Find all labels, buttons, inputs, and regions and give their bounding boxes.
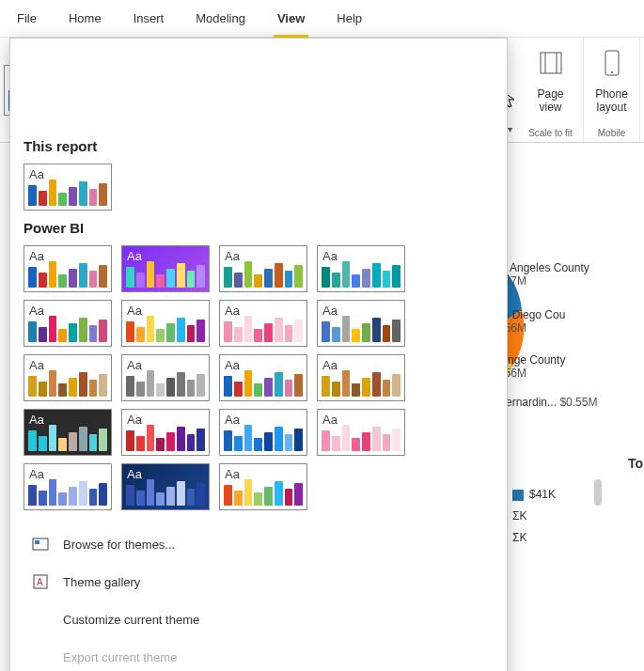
theme-thumb[interactable]: Aa bbox=[219, 245, 307, 292]
phone-icon bbox=[603, 49, 621, 77]
theme-thumb-label: Aa bbox=[225, 249, 240, 263]
scrollbar-thumb[interactable] bbox=[594, 479, 602, 506]
theme-thumb[interactable]: Aa bbox=[317, 300, 405, 347]
legend-sb-val: $0.55M bbox=[559, 396, 597, 409]
export-theme: Export current theme bbox=[20, 638, 497, 671]
mobile-foot: Mobile bbox=[598, 128, 625, 138]
section-powerbi: Power BI bbox=[20, 212, 497, 243]
theme-thumb[interactable]: Aa bbox=[121, 300, 210, 347]
theme-thumb-label: Aa bbox=[225, 304, 240, 318]
gallery-icon: A bbox=[31, 572, 50, 591]
menu-insert[interactable]: Insert bbox=[130, 6, 168, 35]
totals-label: To bbox=[628, 456, 643, 471]
theme-thumb-label: Aa bbox=[29, 249, 44, 263]
chevron-down-icon: ▾ bbox=[508, 124, 512, 134]
legend-val-2: ΣK bbox=[512, 509, 526, 523]
page-view-icon bbox=[538, 49, 564, 77]
menu-file[interactable]: File bbox=[13, 6, 40, 35]
theme-thumb-label: Aa bbox=[127, 249, 142, 263]
blank-icon bbox=[31, 648, 50, 666]
export-label: Export current theme bbox=[63, 650, 177, 664]
theme-thumb-label: Aa bbox=[225, 358, 240, 372]
theme-thumb[interactable]: Aa bbox=[219, 300, 307, 347]
theme-thumb[interactable]: Aa bbox=[121, 463, 210, 510]
theme-thumb-label: Aa bbox=[322, 249, 338, 263]
theme-thumb[interactable]: Aa bbox=[24, 463, 112, 510]
theme-thumb-label: Aa bbox=[322, 358, 338, 372]
theme-thumb[interactable]: Aa bbox=[219, 409, 307, 456]
legend-val-1: $41K bbox=[529, 488, 556, 501]
themes-dropdown-panel: This report Aa Power BI AaAaAaAaAaAaAaAa… bbox=[9, 38, 508, 671]
svg-rect-0 bbox=[541, 53, 561, 73]
svg-point-4 bbox=[611, 71, 613, 73]
legend-val-3: ΣK bbox=[512, 531, 526, 544]
legend-swatch bbox=[512, 490, 524, 501]
theme-thumb-label: Aa bbox=[322, 304, 338, 318]
phone-layout-button[interactable]: Phone layout Mobile bbox=[584, 38, 640, 142]
gallery-label: Theme gallery bbox=[63, 575, 140, 589]
theme-thumb[interactable]: Aa bbox=[24, 409, 112, 456]
theme-thumb[interactable]: Aa bbox=[317, 354, 405, 401]
phone-layout-label: Phone layout bbox=[595, 87, 628, 115]
theme-thumb[interactable]: Aa bbox=[24, 354, 112, 401]
theme-thumb-label: Aa bbox=[29, 167, 44, 181]
svg-text:A: A bbox=[37, 577, 43, 587]
theme-thumb[interactable]: Aa bbox=[121, 409, 210, 456]
browse-themes[interactable]: Browse for themes... bbox=[20, 525, 497, 563]
menu-view[interactable]: View bbox=[274, 6, 308, 38]
theme-thumb-label: Aa bbox=[127, 467, 142, 481]
theme-menu-list: Browse for themes... A Theme gallery Cus… bbox=[20, 525, 497, 671]
theme-thumb-label: Aa bbox=[127, 413, 142, 427]
menu-help[interactable]: Help bbox=[333, 6, 366, 35]
section-this-report: This report bbox=[20, 131, 497, 162]
theme-gallery[interactable]: A Theme gallery bbox=[20, 563, 497, 601]
theme-thumb[interactable]: Aa bbox=[219, 463, 307, 510]
theme-thumb-label: Aa bbox=[127, 304, 142, 318]
theme-thumb[interactable]: Aa bbox=[24, 300, 112, 347]
small-legend: $41K ΣK ΣK bbox=[512, 484, 556, 548]
theme-thumb[interactable]: Aa bbox=[121, 245, 210, 292]
menubar: File Home Insert Modeling View Help bbox=[0, 0, 644, 38]
browse-label: Browse for themes... bbox=[63, 538, 175, 552]
theme-thumb[interactable]: Aa bbox=[24, 164, 112, 211]
scale-foot: Scale to fit bbox=[528, 128, 573, 138]
blank-icon bbox=[31, 610, 50, 629]
theme-thumb-label: Aa bbox=[29, 467, 44, 481]
page-view-label: Page view bbox=[537, 87, 563, 115]
menu-modeling[interactable]: Modeling bbox=[192, 6, 249, 35]
theme-thumb-label: Aa bbox=[29, 413, 44, 427]
theme-thumb[interactable]: Aa bbox=[317, 409, 405, 456]
page-view-button[interactable]: Page view Scale to fit bbox=[518, 38, 584, 142]
theme-thumb-label: Aa bbox=[225, 467, 240, 481]
theme-thumb-label: Aa bbox=[322, 413, 338, 427]
theme-thumb-label: Aa bbox=[29, 304, 44, 318]
theme-thumb-label: Aa bbox=[225, 413, 240, 427]
customize-label: Customize current theme bbox=[63, 613, 199, 627]
customize-theme[interactable]: Customize current theme bbox=[20, 601, 497, 638]
browse-icon bbox=[31, 535, 50, 554]
theme-thumb[interactable]: Aa bbox=[317, 245, 405, 292]
svg-rect-6 bbox=[35, 540, 39, 544]
theme-thumb-label: Aa bbox=[29, 358, 44, 372]
menu-home[interactable]: Home bbox=[65, 6, 105, 35]
theme-thumb[interactable]: Aa bbox=[219, 354, 307, 401]
theme-thumb[interactable]: Aa bbox=[121, 354, 210, 401]
theme-thumb-label: Aa bbox=[127, 358, 142, 372]
theme-thumb[interactable]: Aa bbox=[24, 245, 112, 292]
